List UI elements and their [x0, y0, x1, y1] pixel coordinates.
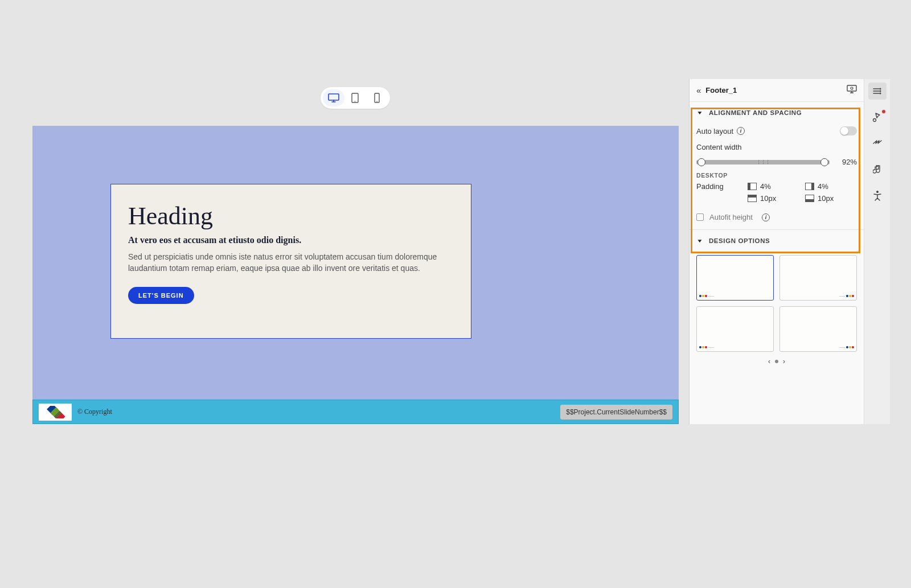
app-shell: Heading At vero eos et accusam at etiust… — [21, 79, 890, 424]
info-icon[interactable]: i — [737, 127, 745, 135]
content-card[interactable]: Heading At vero eos et accusam at etiust… — [110, 184, 471, 339]
slider-min-knob[interactable] — [697, 158, 705, 166]
copyright-text[interactable]: © Copyright — [77, 408, 112, 416]
padding-top-input[interactable]: 10px — [748, 194, 799, 203]
thumb-text: —— — [839, 346, 845, 349]
auto-layout-row: Auto layout i — [690, 122, 864, 139]
selected-object-name: Footer_1 — [705, 86, 737, 94]
properties-tab[interactable] — [868, 83, 887, 100]
right-toolbar — [864, 79, 890, 424]
thumb-text: —— — [708, 346, 714, 349]
pager-prev[interactable]: ‹ — [768, 357, 770, 365]
autofit-label: Autofit height — [709, 213, 753, 221]
body-text[interactable]: Sed ut perspiciatis unde omnis iste natu… — [128, 251, 454, 274]
design-options-pager: ‹ › — [690, 354, 864, 369]
svg-point-11 — [879, 88, 881, 90]
device-switcher — [321, 87, 390, 109]
device-desktop-button[interactable] — [323, 89, 344, 106]
info-icon[interactable]: i — [762, 213, 770, 221]
svg-point-14 — [873, 119, 876, 122]
accessibility-tab[interactable] — [868, 187, 887, 204]
design-option-1[interactable]: —— — [696, 255, 774, 301]
desktop-sublabel: DESKTOP — [690, 168, 864, 180]
autofit-height-row[interactable]: Autofit height i — [690, 207, 864, 229]
padding-left-icon — [748, 183, 757, 190]
audio-tab[interactable] — [868, 161, 887, 178]
cta-button[interactable]: LET'S BEGIN — [128, 287, 194, 304]
padding-top-icon — [748, 195, 757, 202]
device-mobile-button[interactable] — [366, 89, 388, 106]
padding-bottom-input[interactable]: 10px — [805, 194, 857, 203]
padding-right-input[interactable]: 4% — [805, 182, 857, 191]
padding-label: Padding — [696, 182, 742, 191]
auto-layout-label: Auto layout — [696, 127, 733, 135]
content-width-value: 92% — [835, 158, 857, 166]
padding-bottom-icon — [805, 195, 814, 202]
chevron-down-icon: ▼ — [696, 238, 703, 244]
padding-right-icon — [805, 183, 814, 190]
content-width-label: Content width — [696, 143, 742, 151]
svg-rect-0 — [329, 94, 339, 100]
svg-point-10 — [851, 87, 853, 89]
slider-grip-icon: ⋮⋮⋮ — [756, 159, 770, 165]
content-width-row: Content width — [690, 139, 864, 154]
svg-point-2 — [355, 101, 356, 102]
heading-text[interactable]: Heading — [128, 202, 454, 231]
canvas-area: Heading At vero eos et accusam at etiust… — [21, 79, 689, 424]
auto-layout-toggle[interactable] — [840, 126, 857, 135]
inspector-header: « Footer_1 — [690, 79, 864, 102]
padding-left-input[interactable]: 4% — [748, 182, 799, 191]
padding-grid: Padding 4% 4% 10px 10px — [690, 180, 864, 207]
svg-point-13 — [879, 93, 881, 94]
content-width-slider-row: ⋮⋮⋮ 92% — [690, 154, 864, 168]
slider-max-knob[interactable] — [820, 158, 828, 166]
interactions-tab[interactable] — [868, 109, 887, 126]
design-options-toggle[interactable]: ▼ DESIGN OPTIONS — [690, 230, 864, 250]
pager-next[interactable]: › — [783, 357, 785, 365]
design-options-grid: —— —— —— —— — [690, 250, 864, 354]
animations-tab[interactable] — [868, 135, 887, 152]
thumb-text: —— — [839, 294, 845, 298]
chevron-down-icon: ▼ — [696, 110, 703, 116]
alignment-section-toggle[interactable]: ▼ ALIGNMENT AND SPACING — [690, 102, 864, 122]
svg-point-15 — [876, 191, 879, 193]
inspector-panel: « Footer_1 ▼ ALIGNMENT AND SPACING Auto … — [689, 79, 864, 424]
svg-point-4 — [376, 101, 377, 102]
slide-number-variable[interactable]: $$Project.CurrentSlideNumber$$ — [560, 405, 672, 420]
design-option-3[interactable]: —— — [696, 306, 774, 352]
svg-rect-9 — [847, 85, 856, 91]
footer-logo[interactable] — [39, 404, 72, 421]
autofit-checkbox[interactable] — [696, 213, 704, 221]
subheading-text[interactable]: At vero eos et accusam at etiusto odio d… — [128, 235, 454, 245]
device-tablet-button[interactable] — [344, 89, 366, 106]
footer-band[interactable]: © Copyright $$Project.CurrentSlideNumber… — [32, 400, 679, 424]
notification-dot-icon — [882, 110, 885, 113]
pager-dot[interactable] — [775, 360, 778, 363]
svg-point-12 — [879, 91, 881, 92]
design-option-4[interactable]: —— — [779, 306, 857, 352]
slide-canvas[interactable]: Heading At vero eos et accusam at etiust… — [32, 126, 679, 424]
desktop-preview-icon[interactable] — [847, 85, 857, 96]
thumb-text: —— — [708, 294, 714, 298]
design-option-2[interactable]: —— — [779, 255, 857, 301]
content-width-slider[interactable]: ⋮⋮⋮ — [696, 160, 830, 165]
back-icon[interactable]: « — [696, 85, 701, 95]
